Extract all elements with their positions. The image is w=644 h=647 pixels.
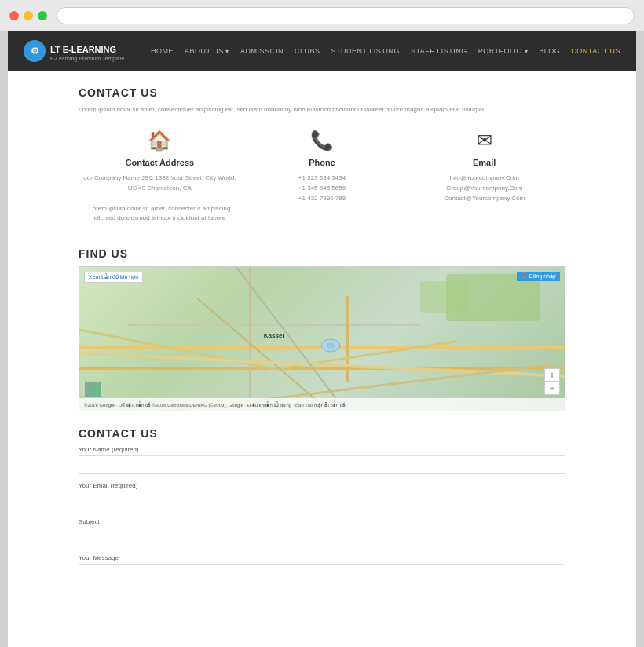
email-input[interactable] <box>79 492 565 510</box>
map-city-label: Kassel <box>264 332 284 339</box>
map-zoom-out[interactable]: − <box>545 382 559 394</box>
contact-form-section: CONTACT US Your Name (required) Your Ema… <box>79 427 565 647</box>
subject-input[interactable] <box>79 528 565 546</box>
name-field-group: Your Name (required) <box>79 446 565 474</box>
address-text: our Company Name JSC 1332 Your Street, C… <box>83 174 236 224</box>
logo-subtitle: E-Learning Premium Template <box>50 56 124 61</box>
map-signin[interactable]: 📍 Đăng nhập <box>517 272 560 281</box>
map-view-larger[interactable]: Xem bản đồ lớn hơn <box>84 272 143 283</box>
logo-title: LT E-LEARNING <box>50 45 116 54</box>
message-textarea[interactable] <box>79 564 565 634</box>
name-label: Your Name (required) <box>79 446 565 453</box>
contact-col-email: ✉ Email Info@Yourcompany.Com Group@Yourc… <box>403 130 565 224</box>
map-thumbnail <box>84 381 101 398</box>
contact-columns: 🏠 Contact Address our Company Name JSC 1… <box>79 130 565 224</box>
dot-green[interactable] <box>38 11 47 20</box>
message-label: Your Message <box>79 554 565 561</box>
contact-col-address: 🏠 Contact Address our Company Name JSC 1… <box>79 130 241 224</box>
contact-us-desc: Lorem ipsum dolor sit amet, consectetuer… <box>79 105 565 114</box>
nav-blog[interactable]: BLOG <box>539 47 560 55</box>
contact-col-phone: 📞 Phone +1 223 334 3434 +1 345 645 5656 … <box>241 130 404 224</box>
find-us-title: FIND US <box>79 247 565 260</box>
nav-portfolio[interactable]: PORTFOLIO <box>478 47 529 55</box>
phone-title: Phone <box>309 158 335 167</box>
website: ⚙ LT E-LEARNING E-Learning Premium Templ… <box>8 31 636 647</box>
map-zoom-controls[interactable]: + − <box>544 368 560 395</box>
email-text: Info@Yourcompany.Com Group@Yourcompany.C… <box>444 174 525 203</box>
message-field-group: Your Message <box>79 554 565 638</box>
email-label: Your Email (required) <box>79 482 565 489</box>
map-road-v2 <box>346 296 349 382</box>
email-title: Email <box>473 158 496 167</box>
nav-home[interactable]: HOME <box>151 47 174 55</box>
nav-links: HOME ABOUT US ADMISSION CLUBS STUDENT LI… <box>151 47 620 55</box>
map-zoom-in[interactable]: + <box>545 369 559 382</box>
find-us-section: FIND US <box>79 247 565 411</box>
dot-yellow[interactable] <box>24 11 33 20</box>
address-icon: 🏠 <box>148 130 171 152</box>
browser-dots <box>9 11 47 20</box>
logo-text-block: LT E-LEARNING E-Learning Premium Templat… <box>50 42 124 61</box>
logo-icon-glyph: ⚙ <box>31 46 39 57</box>
phone-text: +1 223 334 3434 +1 345 645 5656 +1 432 7… <box>298 174 346 203</box>
address-bar[interactable] <box>57 7 635 24</box>
dot-red[interactable] <box>9 11 19 20</box>
map-attribution: ©2016 Google · Dữ liệu bản đồ ©2016 GeoB… <box>84 402 346 408</box>
nav-about[interactable]: ABOUT US <box>185 47 229 55</box>
map-road-h2 <box>128 324 419 326</box>
logo-area: ⚙ LT E-LEARNING E-Learning Premium Templ… <box>24 40 124 62</box>
contact-us-title: CONTACT US <box>79 86 565 99</box>
map-road-h1 <box>79 346 565 349</box>
subject-label: Subject <box>79 518 565 525</box>
map-road-h3 <box>79 367 565 370</box>
nav-staff-listing[interactable]: STAFF LISTING <box>411 47 467 55</box>
map-road-v1 <box>249 267 251 411</box>
name-input[interactable] <box>79 455 565 474</box>
subject-field-group: Subject <box>79 518 565 546</box>
nav-admission[interactable]: ADMISSION <box>240 47 284 55</box>
map-green-area2 <box>420 281 467 313</box>
browser-chrome <box>0 0 644 31</box>
navbar: ⚙ LT E-LEARNING E-Learning Premium Templ… <box>8 31 636 71</box>
email-field-group: Your Email (required) <box>79 482 565 510</box>
contact-form-title: CONTACT US <box>79 427 565 440</box>
email-icon: ✉ <box>477 130 492 152</box>
phone-icon: 📞 <box>310 130 334 152</box>
address-title: Contact Address <box>126 158 195 167</box>
nav-clubs[interactable]: CLUBS <box>295 47 320 55</box>
page-content: CONTACT US Lorem ipsum dolor sit amet, c… <box>8 71 636 647</box>
map-container[interactable]: Kassel Xem bản đồ lớn hơn 📍 Đăng nhập + … <box>79 266 565 411</box>
nav-student-listing[interactable]: STUDENT LISTING <box>331 47 400 55</box>
map-bottom-bar: ©2016 Google · Dữ liệu bản đồ ©2016 GeoB… <box>79 398 565 411</box>
logo-icon: ⚙ <box>24 40 46 62</box>
nav-contact[interactable]: CONTACT US <box>571 47 620 55</box>
